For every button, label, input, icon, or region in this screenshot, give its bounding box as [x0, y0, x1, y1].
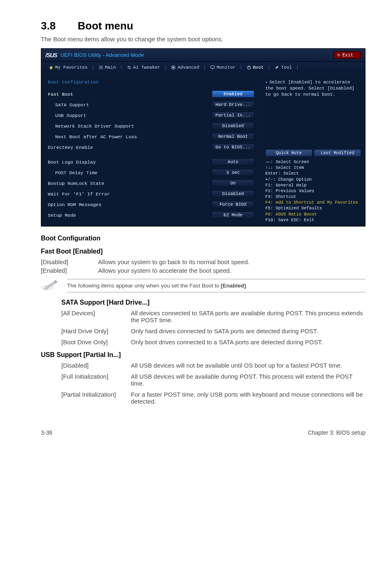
- help-line: +/-: Change Option: [265, 177, 361, 182]
- tab-monitor[interactable]: Monitor: [208, 64, 238, 71]
- row-value[interactable]: Disabled: [212, 122, 254, 130]
- exit-icon: ⎋: [337, 52, 340, 58]
- section-number: 3.8: [41, 20, 78, 32]
- option-desc: Only boot drives connected to a SATA por…: [131, 339, 365, 346]
- row-value[interactable]: Normal Boot: [212, 133, 254, 140]
- fb-disabled-line: [Disabled] Allows your system to go back…: [41, 258, 365, 265]
- row-value[interactable]: Partial In...: [212, 112, 254, 119]
- page-footer: 3-36 Chapter 3: BIOS setup: [0, 417, 390, 443]
- option-desc: Allows your system to go back to its nor…: [98, 258, 249, 265]
- row-value[interactable]: EZ Mode: [212, 211, 254, 219]
- tab-label: Boot: [253, 65, 264, 70]
- help-line: F4: Add to Shortcut and My Favorites: [265, 200, 361, 205]
- option-description-text: Select [Enabled] to accelerate the boot …: [265, 80, 354, 97]
- quick-note-button[interactable]: Quick Note: [265, 149, 312, 157]
- row-label: Fast Boot: [48, 92, 73, 97]
- row-label: Network Stack Driver Support: [55, 123, 134, 129]
- row-value[interactable]: Hard Drive...: [212, 101, 254, 108]
- svg-rect-2: [99, 69, 103, 69]
- option-key: [Enabled]: [41, 267, 98, 274]
- intro-text: The Boot menu items allow you to change …: [41, 36, 365, 43]
- help-line: →←: Select Screen: [265, 159, 361, 165]
- note-text-bold: [Enabled]: [221, 283, 246, 289]
- tab-label: My Favorites: [55, 65, 87, 70]
- row-sata-support[interactable]: SATA Support Hard Drive...: [48, 99, 254, 110]
- sata-support-heading: SATA Support [Hard Drive...]: [61, 299, 365, 306]
- fast-boot-heading: Fast Boot [Enabled]: [41, 248, 365, 255]
- usb-full-line: [Full Initialization] All USB devices wi…: [61, 373, 365, 387]
- advanced-icon: [171, 65, 176, 70]
- option-key: [Disabled]: [41, 258, 98, 265]
- option-key: [Disabled]: [61, 362, 131, 369]
- row-next-boot[interactable]: Next Boot after AC Power Loss Normal Boo…: [48, 131, 254, 142]
- list-icon: [99, 65, 103, 70]
- option-desc: All devices connected to SATA ports are …: [131, 310, 365, 323]
- row-value[interactable]: Force BIOS: [212, 201, 254, 208]
- option-key: [Boot Drive Only]: [61, 339, 131, 346]
- tab-ai-tweaker[interactable]: Ai Tweaker: [124, 64, 163, 71]
- row-value[interactable]: Enabled: [212, 90, 254, 98]
- option-key: [Partial Initialization]: [61, 391, 131, 405]
- row-directkey[interactable]: DirectKey Enable Go to BIOS...: [48, 142, 254, 153]
- help-line: F6: ASUS Ratio Boost: [265, 211, 361, 217]
- bios-screenshot: /SUS UEFI BIOS Utility - Advanced Mode ⎋…: [41, 48, 365, 227]
- row-setup-mode[interactable]: Setup Mode EZ Mode: [48, 210, 254, 220]
- row-label: Boot Logo Display: [48, 159, 96, 165]
- option-key: [All Devices]: [61, 310, 131, 323]
- row-label: Next Boot after AC Power Loss: [55, 134, 137, 139]
- monitor-icon: [210, 65, 215, 70]
- row-network-stack[interactable]: Network Stack Driver Support Disabled: [48, 121, 254, 131]
- help-line: F2: Previous Values: [265, 188, 361, 194]
- svg-rect-1: [99, 67, 103, 68]
- tweaker-icon: [127, 65, 132, 70]
- tab-my-favorites[interactable]: My Favorites: [46, 64, 90, 71]
- bios-left-pane: Boot Configuration Fast Boot Enabled SAT…: [41, 74, 261, 226]
- sata-bd-line: [Boot Drive Only] Only boot drives conne…: [61, 339, 365, 346]
- row-boot-logo[interactable]: Boot Logo Display Auto: [48, 157, 254, 167]
- option-desc: All USB devices will be available during…: [131, 373, 365, 387]
- tab-tool[interactable]: Tool: [272, 64, 294, 71]
- row-usb-support[interactable]: USB Support Partial In...: [48, 110, 254, 121]
- tab-boot[interactable]: Boot: [244, 64, 266, 71]
- bios-right-pane: ▸Select [Enabled] to accelerate the boot…: [261, 74, 365, 226]
- row-value[interactable]: Disabled: [212, 190, 254, 197]
- row-label: USB Support: [55, 113, 86, 118]
- row-value[interactable]: Auto: [212, 158, 254, 166]
- row-value[interactable]: 3 sec: [212, 169, 254, 176]
- tool-icon: [275, 65, 280, 70]
- usb-disabled-line: [Disabled] All USB devices will not be a…: [61, 362, 365, 369]
- row-label: POST Delay Time: [55, 170, 98, 175]
- note-text-part: The following items appear only when you…: [67, 283, 221, 289]
- last-modified-button[interactable]: Last Modified: [314, 149, 361, 157]
- fb-enabled-line: [Enabled] Allows your system to accelera…: [41, 267, 365, 274]
- row-value[interactable]: Go to BIOS...: [212, 144, 254, 151]
- help-line: ↑↓: Select Item: [265, 165, 361, 171]
- exit-button[interactable]: ⎋ Exit: [334, 51, 361, 59]
- tab-main[interactable]: Main: [96, 64, 118, 71]
- bios-utility-title: UEFI BIOS Utility - Advanced Mode: [61, 52, 144, 58]
- row-option-rom[interactable]: Option ROM Messages Force BIOS: [48, 199, 254, 210]
- svg-rect-10: [212, 69, 213, 69]
- row-post-delay[interactable]: POST Delay Time 3 sec: [48, 167, 254, 178]
- svg-rect-9: [211, 66, 214, 68]
- option-description: ▸Select [Enabled] to accelerate the boot…: [265, 79, 361, 98]
- tab-label: Main: [105, 65, 116, 70]
- boot-configuration-heading: Boot Configuration: [41, 235, 365, 242]
- row-value[interactable]: On: [212, 180, 254, 187]
- note-text: The following items appear only when you…: [67, 279, 365, 292]
- section-title-text: Boot menu: [78, 20, 133, 32]
- row-fast-boot[interactable]: Fast Boot Enabled: [48, 89, 254, 99]
- row-numlock[interactable]: Bootup NumLock State On: [48, 178, 254, 189]
- tab-advanced[interactable]: Advanced: [168, 64, 202, 71]
- footer-page-number: 3-36: [41, 429, 52, 436]
- help-line: F1: General Help: [265, 182, 361, 188]
- svg-rect-4: [129, 67, 131, 67]
- sata-hd-line: [Hard Drive Only] Only hard drives conne…: [61, 328, 365, 334]
- note-text-part: .: [246, 283, 247, 289]
- sata-all-line: [All Devices] All devices connected to S…: [61, 310, 365, 323]
- help-lines: →←: Select Screen ↑↓: Select Item Enter:…: [265, 159, 361, 223]
- row-wait-f1[interactable]: Wait For 'F1' If Error Disabled: [48, 189, 254, 199]
- help-line: F3: Shortcut: [265, 194, 361, 200]
- svg-rect-8: [173, 67, 174, 68]
- row-label: Option ROM Messages: [48, 202, 101, 207]
